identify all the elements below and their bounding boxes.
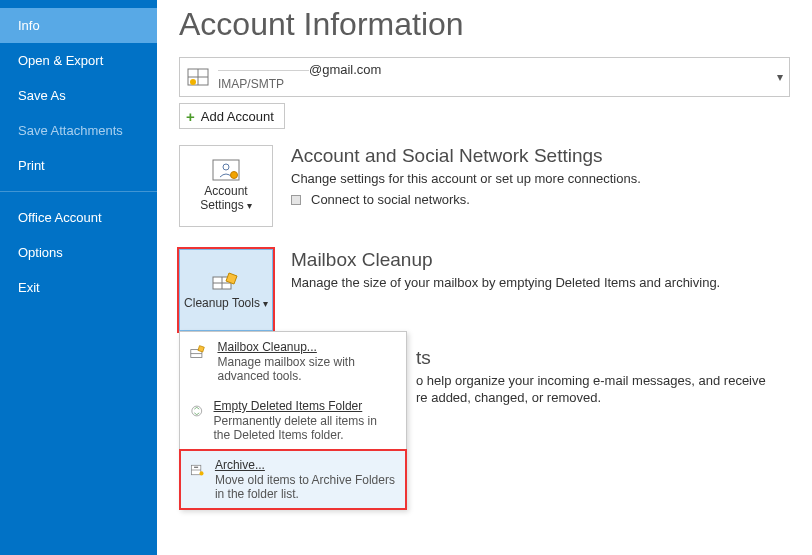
menu-empty-deleted[interactable]: Empty Deleted Items Folder Permanently d…	[180, 391, 406, 450]
page-title: Account Information	[179, 6, 790, 43]
menu-mailbox-cleanup-desc: Manage mailbox size with advanced tools.	[217, 355, 396, 383]
rules-title-tail: ts	[416, 347, 766, 369]
mailbox-icon	[186, 65, 210, 89]
sidebar-separator	[0, 191, 157, 192]
section-account-settings: Account Settings▾ Account and Social Net…	[179, 145, 790, 227]
add-account-label: Add Account	[201, 109, 274, 124]
cleanup-section-title: Mailbox Cleanup	[291, 249, 720, 271]
cleanup-section-desc: Manage the size of your mailbox by empty…	[291, 275, 720, 290]
sidebar: Info Open & Export Save As Save Attachme…	[0, 0, 157, 555]
menu-archive-desc: Move old items to Archive Folders in the…	[215, 473, 396, 501]
cleanup-tools-label: Cleanup Tools	[184, 296, 260, 310]
square-bullet-icon	[291, 195, 301, 205]
connect-social-link[interactable]: Connect to social networks.	[291, 192, 641, 207]
sidebar-item-save-as[interactable]: Save As	[0, 78, 157, 113]
rules-desc-line2: re added, changed, or removed.	[416, 390, 766, 405]
recycle-icon	[190, 400, 204, 422]
menu-mailbox-cleanup-name: Mailbox Cleanup...	[217, 340, 396, 354]
settings-section-title: Account and Social Network Settings	[291, 145, 641, 167]
cleanup-tools-dropdown: Mailbox Cleanup... Manage mailbox size w…	[179, 331, 407, 510]
account-email: ———————@gmail.com	[218, 63, 381, 78]
menu-archive[interactable]: Archive... Move old items to Archive Fol…	[180, 450, 406, 509]
section-mailbox-cleanup: Cleanup Tools▾ Mailbox Cleanup Manage th…	[179, 249, 790, 331]
settings-section-desc: Change settings for this account or set …	[291, 171, 641, 186]
cleanup-tools-tile[interactable]: Cleanup Tools▾	[179, 249, 273, 331]
sidebar-item-exit[interactable]: Exit	[0, 270, 157, 305]
rules-desc-line1: o help organize your incoming e-mail mes…	[416, 373, 766, 388]
svg-point-16	[199, 471, 203, 475]
menu-empty-deleted-desc: Permanently delete all items in the Dele…	[214, 414, 396, 442]
sidebar-item-print[interactable]: Print	[0, 148, 157, 183]
sidebar-item-office-account[interactable]: Office Account	[0, 200, 157, 235]
caret-down-icon: ▾	[777, 70, 783, 84]
menu-empty-deleted-name: Empty Deleted Items Folder	[214, 399, 396, 413]
account-icon	[212, 159, 240, 181]
main-panel: Account Information ———————@gmail.com IM…	[157, 0, 812, 555]
menu-mailbox-cleanup[interactable]: Mailbox Cleanup... Manage mailbox size w…	[180, 332, 406, 391]
account-settings-tile[interactable]: Account Settings▾	[179, 145, 273, 227]
sidebar-item-save-attachments: Save Attachments	[0, 113, 157, 148]
add-account-button[interactable]: + Add Account	[179, 103, 285, 129]
menu-archive-name: Archive...	[215, 458, 396, 472]
plus-icon: +	[186, 108, 195, 125]
sidebar-item-open-export[interactable]: Open & Export	[0, 43, 157, 78]
svg-point-3	[190, 79, 196, 85]
account-selector[interactable]: ———————@gmail.com IMAP/SMTP ▾	[179, 57, 790, 97]
svg-point-6	[231, 172, 238, 179]
cleanup-icon	[211, 269, 241, 293]
sweep-icon	[190, 341, 207, 363]
svg-rect-15	[194, 467, 198, 468]
sidebar-item-info[interactable]: Info	[0, 8, 157, 43]
sidebar-item-options[interactable]: Options	[0, 235, 157, 270]
account-settings-label: Account Settings	[200, 184, 247, 212]
account-protocol: IMAP/SMTP	[218, 78, 381, 92]
archive-icon	[190, 459, 205, 481]
